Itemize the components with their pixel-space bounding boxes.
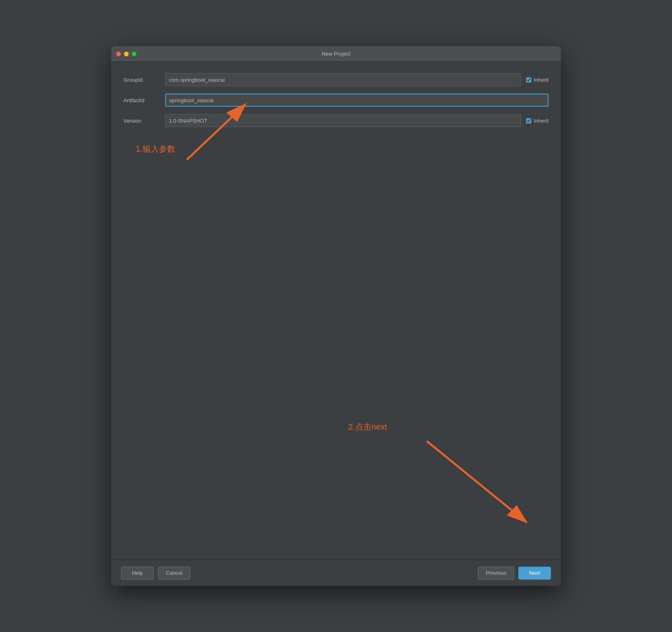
groupid-inherit-label: Inherit — [534, 77, 549, 83]
dialog-window: New Project GroupId Inherit ArtifactId V… — [111, 46, 561, 586]
artifactid-row: ArtifactId — [123, 94, 549, 107]
version-label: Version — [123, 118, 160, 124]
dialog-content: GroupId Inherit ArtifactId Version Inher… — [111, 62, 561, 560]
svg-line-3 — [427, 441, 526, 522]
groupid-label: GroupId — [123, 77, 160, 83]
artifactid-label: ArtifactId — [123, 97, 160, 103]
minimize-button[interactable] — [124, 52, 129, 56]
groupid-inherit-checkbox[interactable] — [526, 77, 531, 83]
traffic-lights — [116, 52, 137, 56]
groupid-row: GroupId Inherit — [123, 73, 549, 86]
groupid-input[interactable] — [165, 73, 521, 86]
previous-button[interactable]: Previous — [478, 567, 514, 580]
help-button[interactable]: Help — [121, 567, 154, 580]
footer-left: Help Cancel — [121, 567, 190, 580]
annotation-2: 2.点击next — [348, 421, 387, 433]
maximize-button[interactable] — [132, 52, 137, 56]
dialog-footer: Help Cancel Previous Next — [111, 560, 561, 586]
version-inherit: Inherit — [526, 118, 549, 124]
version-inherit-label: Inherit — [534, 118, 549, 124]
titlebar: New Project — [111, 46, 561, 62]
close-button[interactable] — [116, 52, 121, 56]
footer-right: Previous Next — [478, 567, 551, 580]
groupid-inherit: Inherit — [526, 77, 549, 83]
cancel-button[interactable]: Cancel — [158, 567, 190, 580]
annotation-1: 1.输入参数 — [136, 143, 175, 158]
window-title: New Project — [322, 51, 350, 57]
artifactid-input[interactable] — [165, 94, 549, 107]
version-row: Version Inherit — [123, 114, 549, 127]
version-input[interactable] — [165, 114, 521, 127]
annotation-label-2: 2.点击next — [348, 422, 387, 431]
version-inherit-checkbox[interactable] — [526, 118, 531, 123]
annotation-label-1: 1.输入参数 — [136, 143, 175, 155]
next-button[interactable]: Next — [518, 567, 551, 580]
form-area: GroupId Inherit ArtifactId Version Inher… — [123, 73, 549, 127]
arrows-svg — [111, 62, 561, 560]
